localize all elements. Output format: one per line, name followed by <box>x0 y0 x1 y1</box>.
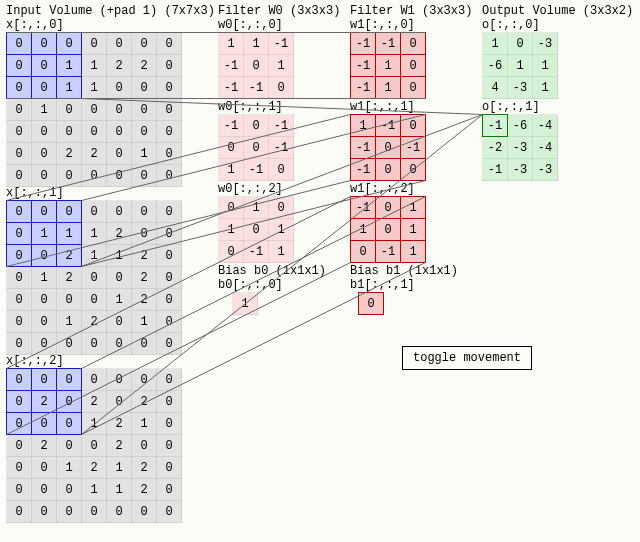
toggle-movement-button[interactable]: toggle movement <box>402 346 532 370</box>
cell: 1 <box>269 219 294 241</box>
cell: 0 <box>107 99 132 121</box>
cell: 0 <box>7 289 32 311</box>
cell: 1 <box>351 219 376 241</box>
cell: -1 <box>219 55 244 77</box>
cell: 1 <box>32 99 57 121</box>
cell: 2 <box>107 55 132 77</box>
cell: 2 <box>82 143 107 165</box>
cell: 0 <box>244 55 269 77</box>
cell: 0 <box>57 413 82 435</box>
cell: 0 <box>107 267 132 289</box>
cell: 0 <box>57 99 82 121</box>
cell: 0 <box>157 457 182 479</box>
cell: 1 <box>32 267 57 289</box>
slice-label-b1: b1[:,:,1] <box>350 278 415 292</box>
cell: 0 <box>132 223 157 245</box>
cell: 0 <box>57 501 82 523</box>
cell: 0 <box>7 245 32 267</box>
cell: 0 <box>376 159 401 181</box>
cell: 0 <box>157 413 182 435</box>
output-grid-o1: -1-6-4-2-3-4-1-3-3 <box>482 114 558 181</box>
cell: 0 <box>107 501 132 523</box>
cell: 0 <box>32 33 57 55</box>
cell: -4 <box>533 137 558 159</box>
cell: 0 <box>107 391 132 413</box>
cell: 0 <box>157 435 182 457</box>
slice-label-w01: w0[:,:,1] <box>218 100 283 114</box>
cell: -1 <box>351 77 376 99</box>
cell: 0 <box>7 267 32 289</box>
cell: 0 <box>157 165 182 187</box>
slice-label-b0: b0[:,:,0] <box>218 278 283 292</box>
cell: 0 <box>132 121 157 143</box>
cell: -1 <box>244 77 269 99</box>
cell: 0 <box>219 197 244 219</box>
cell: 1 <box>401 219 426 241</box>
cell: -1 <box>376 241 401 263</box>
cell: 0 <box>376 137 401 159</box>
cell: 0 <box>7 391 32 413</box>
slice-label-o0: o[:,:,0] <box>482 18 540 32</box>
cell: 0 <box>7 333 32 355</box>
cell: 0 <box>401 77 426 99</box>
header-bias1: Bias b1 (1x1x1) <box>350 264 458 278</box>
cell: 0 <box>82 121 107 143</box>
cell: 0 <box>32 77 57 99</box>
cell: 2 <box>132 289 157 311</box>
cell: 1 <box>401 241 426 263</box>
header-bias0: Bias b0 (1x1x1) <box>218 264 326 278</box>
cell: 1 <box>82 413 107 435</box>
cell: 2 <box>32 435 57 457</box>
cell: 2 <box>107 413 132 435</box>
cell: 0 <box>401 55 426 77</box>
cell: -1 <box>351 159 376 181</box>
cell: -3 <box>508 159 533 181</box>
cell: 0 <box>57 201 82 223</box>
slice-label-o1: o[:,:,1] <box>482 100 540 114</box>
cell: 0 <box>132 201 157 223</box>
cell: 0 <box>376 197 401 219</box>
slice-label-x1: x[:,:,1] <box>6 186 64 200</box>
cell: 1 <box>132 413 157 435</box>
slice-label-x0: x[:,:,0] <box>6 18 64 32</box>
cell: 1 <box>57 55 82 77</box>
cell: 0 <box>157 501 182 523</box>
cell: 0 <box>32 413 57 435</box>
cell: 1 <box>57 457 82 479</box>
cell: -1 <box>269 115 294 137</box>
cell: 0 <box>82 501 107 523</box>
cell: 1 <box>82 223 107 245</box>
cell: 0 <box>7 457 32 479</box>
slice-label-x2: x[:,:,2] <box>6 354 64 368</box>
cell: 1 <box>219 159 244 181</box>
cell: 0 <box>401 159 426 181</box>
cell: 0 <box>132 501 157 523</box>
cell: 0 <box>82 165 107 187</box>
cell: 0 <box>7 435 32 457</box>
cell: 0 <box>132 333 157 355</box>
cell: -1 <box>219 77 244 99</box>
cell: 0 <box>32 479 57 501</box>
cell: 0 <box>269 159 294 181</box>
cell: 0 <box>157 333 182 355</box>
cell: 0 <box>82 99 107 121</box>
cell: 0 <box>82 289 107 311</box>
cell: 0 <box>157 143 182 165</box>
cell: 0 <box>157 77 182 99</box>
header-w1: Filter W1 (3x3x3) <box>350 4 472 18</box>
input-grid-x0: 0000000001122000110000100000000000000220… <box>6 32 182 187</box>
cell: 0 <box>7 479 32 501</box>
slice-label-w00: w0[:,:,0] <box>218 18 283 32</box>
cell: 0 <box>107 143 132 165</box>
cell: -3 <box>508 77 533 99</box>
cell: 1 <box>107 289 132 311</box>
cell: 1 <box>82 245 107 267</box>
cell: 0 <box>7 143 32 165</box>
cell: -1 <box>376 115 401 137</box>
cell: 0 <box>351 241 376 263</box>
cell: 0 <box>7 165 32 187</box>
cell: 1 <box>82 77 107 99</box>
cell: 1 <box>533 55 558 77</box>
cell: 0 <box>107 333 132 355</box>
cell: 0 <box>7 311 32 333</box>
